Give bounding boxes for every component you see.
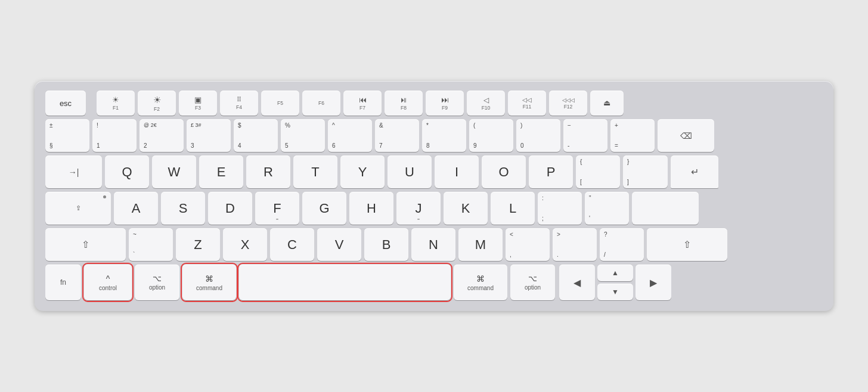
key-space[interactable] — [239, 265, 451, 300]
key-backspace[interactable]: ⌫ — [658, 119, 714, 152]
key-8[interactable]: * 8 — [422, 119, 466, 152]
key-f11[interactable]: ◁◁ F11 — [508, 91, 546, 116]
tab-row: →| Q W E R T Y U I O P { [ } ] ↵ — [45, 155, 823, 188]
key-quote[interactable]: " ' — [585, 192, 629, 225]
key-enter-top[interactable]: ↵ — [671, 155, 718, 188]
key-p[interactable]: P — [529, 155, 573, 188]
key-arrow-up[interactable]: ▲ — [597, 265, 633, 281]
bottom-row: fn ^ control ⌥ option ⌘ command ⌘ com — [45, 265, 823, 300]
key-slash[interactable]: ? / — [600, 228, 644, 261]
key-shift-left[interactable]: ⇧ — [45, 228, 126, 261]
key-eject[interactable]: ⏏ — [590, 91, 624, 116]
key-3[interactable]: £ 3# 3 — [187, 119, 231, 152]
key-f12[interactable]: ◁◁◁ F12 — [549, 91, 587, 116]
key-f10[interactable]: ◁ F10 — [467, 91, 505, 116]
key-command-left[interactable]: ⌘ command — [182, 265, 236, 300]
key-bracket-r[interactable]: } ] — [623, 155, 668, 188]
number-row: ± § ! 1 @ 2€ 2 £ 3# 3 $ 4 — [45, 119, 823, 152]
key-control[interactable]: ^ control — [84, 265, 132, 300]
key-option-right[interactable]: ⌥ option — [510, 265, 555, 300]
key-f5[interactable]: F5 — [261, 91, 299, 116]
key-a[interactable]: A — [114, 192, 158, 225]
key-v[interactable]: V — [317, 228, 361, 261]
key-command-right[interactable]: ⌘ command — [454, 265, 507, 300]
key-caps-lock[interactable]: ⇪ — [45, 192, 111, 225]
key-e[interactable]: E — [199, 155, 243, 188]
key-j[interactable]: J — [396, 192, 441, 225]
key-arrow-left[interactable]: ◀ — [559, 265, 595, 300]
key-k[interactable]: K — [444, 192, 488, 225]
key-d[interactable]: D — [208, 192, 252, 225]
key-c[interactable]: C — [270, 228, 314, 261]
key-l[interactable]: L — [491, 192, 535, 225]
key-minus[interactable]: − - — [563, 119, 607, 152]
key-r[interactable]: R — [246, 155, 290, 188]
key-section[interactable]: ± § — [45, 119, 89, 152]
key-enter[interactable] — [632, 192, 699, 225]
key-f9[interactable]: ⏭ F9 — [426, 91, 464, 116]
key-comma[interactable]: < , — [506, 228, 550, 261]
key-1[interactable]: ! 1 — [92, 119, 137, 152]
key-t[interactable]: T — [293, 155, 337, 188]
key-bracket-l[interactable]: { [ — [576, 155, 620, 188]
key-equals[interactable]: + = — [610, 119, 655, 152]
key-2[interactable]: @ 2€ 2 — [140, 119, 184, 152]
key-fn[interactable]: fn — [45, 265, 81, 300]
key-semicolon[interactable]: : ; — [538, 192, 582, 225]
key-f7[interactable]: ⏮ F7 — [343, 91, 382, 116]
key-o[interactable]: O — [482, 155, 526, 188]
key-0[interactable]: ) 0 — [516, 119, 560, 152]
key-option-left[interactable]: ⌥ option — [135, 265, 179, 300]
key-9[interactable]: ( 9 — [469, 119, 513, 152]
key-6[interactable]: ^ 6 — [328, 119, 372, 152]
key-f1[interactable]: ☀︎ F1 — [97, 91, 135, 116]
key-esc[interactable]: esc — [45, 91, 86, 116]
key-n[interactable]: N — [411, 228, 455, 261]
key-5[interactable]: % 5 — [281, 119, 325, 152]
key-arrow-down[interactable]: ▼ — [597, 284, 633, 300]
key-4[interactable]: $ 4 — [234, 119, 278, 152]
key-f6[interactable]: F6 — [302, 91, 340, 116]
key-w[interactable]: W — [152, 155, 196, 188]
key-b[interactable]: B — [364, 228, 408, 261]
key-m[interactable]: M — [458, 228, 503, 261]
key-shift-right[interactable]: ⇧ — [647, 228, 727, 261]
key-u[interactable]: U — [388, 155, 432, 188]
key-f2[interactable]: ☀ F2 — [138, 91, 176, 116]
key-i[interactable]: I — [435, 155, 479, 188]
key-tab[interactable]: →| — [45, 155, 102, 188]
shift-row: ⇧ ~ ` Z X C V B N M < , > . — [45, 228, 823, 261]
key-f4[interactable]: ⠿ F4 — [220, 91, 258, 116]
key-s[interactable]: S — [161, 192, 205, 225]
key-g[interactable]: G — [302, 192, 346, 225]
key-arrow-right[interactable]: ▶ — [636, 265, 671, 300]
key-period[interactable]: > . — [553, 228, 597, 261]
key-y[interactable]: Y — [340, 155, 385, 188]
key-7[interactable]: & 7 — [375, 119, 419, 152]
fn-row: esc ☀︎ F1 ☀ F2 ▣ F3 ⠿ F4 F5 F6 ⏮ F7 — [45, 91, 823, 116]
key-tilde[interactable]: ~ ` — [129, 228, 173, 261]
keyboard: esc ☀︎ F1 ☀ F2 ▣ F3 ⠿ F4 F5 F6 ⏮ F7 — [35, 81, 833, 311]
key-f8[interactable]: ⏯ F8 — [385, 91, 423, 116]
key-z[interactable]: Z — [176, 228, 220, 261]
key-x[interactable]: X — [223, 228, 267, 261]
key-f[interactable]: F — [255, 192, 299, 225]
key-q[interactable]: Q — [105, 155, 149, 188]
caps-row: ⇪ A S D F G H J K L : ; " ' — [45, 192, 823, 225]
key-f3[interactable]: ▣ F3 — [179, 91, 217, 116]
key-h[interactable]: H — [349, 192, 393, 225]
